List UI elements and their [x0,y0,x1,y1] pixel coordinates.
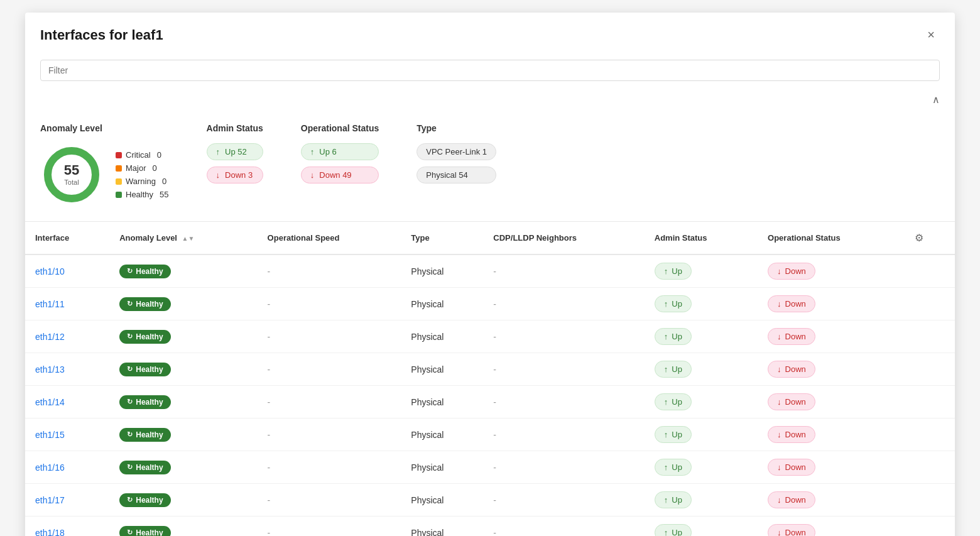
table-section: Interface Anomaly Level ▲▼ Operational S… [25,222,955,536]
physical-badge[interactable]: Physical 54 [416,167,496,183]
cell-anomaly: ↻ Healthy [109,517,257,537]
admin-up-badge[interactable]: ↑ Up [655,361,692,378]
operational-down-badge[interactable]: ↓ Down [768,263,815,280]
cell-speed: - [258,288,401,320]
admin-up-text: Up [672,397,682,407]
critical-value: 0 [157,150,161,160]
admin-up-badge[interactable]: ↑ Up [655,393,692,410]
healthy-label: Healthy [136,430,163,439]
admin-up-badge[interactable]: ↑ Up [655,328,692,345]
admin-up-badge[interactable]: ↑ Up [655,459,692,476]
operational-down-badge[interactable]: ↓ Down [768,295,815,312]
filter-input[interactable] [40,60,940,81]
modal-header: Interfaces for leaf1 × [25,13,955,55]
operational-down-badge[interactable]: ↓ Down [768,524,815,536]
operational-down-text: Down [785,299,806,309]
legend-critical: Critical 0 [116,150,169,160]
table-row: eth1/17 ↻ Healthy - Physical - ↑ Up ↓ Do… [25,484,955,517]
interface-link[interactable]: eth1/15 [35,430,65,440]
cell-admin: ↑ Up [645,288,758,320]
anomaly-level-col: Anomaly Level 55 Total [40,123,169,206]
admin-down-badge[interactable]: Down 3 [207,167,263,183]
col-settings: ⚙ [902,222,955,254]
cell-interface: eth1/10 [25,254,109,288]
anomaly-level-title: Anomaly Level [40,123,169,133]
cell-extra [902,254,955,288]
admin-up-badge[interactable]: ↑ Up [655,263,692,280]
interface-link[interactable]: eth1/12 [35,332,65,342]
healthy-label: Healthy [136,332,163,341]
operational-down-badge[interactable]: Down 49 [301,167,379,183]
cell-cdp: - [483,484,644,517]
cell-speed: - [258,320,401,353]
interface-link[interactable]: eth1/18 [35,528,65,537]
healthy-badge: ↻ Healthy [119,395,170,409]
refresh-icon: ↻ [127,430,133,439]
interface-link[interactable]: eth1/10 [35,266,65,276]
close-button[interactable]: × [922,25,940,45]
healthy-badge: ↻ Healthy [119,428,170,442]
admin-up-badge[interactable]: Up 52 [207,143,263,160]
operational-down-text: Down [785,528,806,536]
table-row: eth1/12 ↻ Healthy - Physical - ↑ Up ↓ Do… [25,320,955,353]
collapse-icon[interactable]: ∧ [932,94,940,106]
collapse-bar: ∧ [25,91,955,108]
operational-status-title: Operational Status [301,123,379,133]
operational-up-badge[interactable]: Up 6 [301,143,379,160]
admin-up-badge[interactable]: ↑ Up [655,295,692,312]
healthy-badge: ↻ Healthy [119,330,170,344]
refresh-icon: ↻ [127,463,133,471]
admin-status-col: Admin Status Up 52 Down 3 [207,123,263,183]
operational-down-badge[interactable]: ↓ Down [768,491,815,508]
refresh-icon: ↻ [127,496,133,504]
healthy-badge: ↻ Healthy [119,526,170,537]
admin-down-arrow [216,170,222,180]
up-arrow-icon: ↑ [664,332,668,341]
operational-status-col: Operational Status Up 6 Down 49 [301,123,379,183]
vpc-badge[interactable]: VPC Peer-Link 1 [416,143,496,160]
interface-link[interactable]: eth1/13 [35,364,65,375]
admin-badges: Up 52 Down 3 [207,143,263,183]
admin-up-text: Up [672,430,682,439]
healthy-badge: ↻ Healthy [119,265,170,278]
operational-up-label: Up 6 [319,147,336,156]
interface-link[interactable]: eth1/14 [35,397,65,407]
admin-up-badge[interactable]: ↑ Up [655,524,692,536]
cell-interface: eth1/14 [25,386,109,418]
admin-up-text: Up [672,495,682,505]
healthy-label: Healthy [136,496,163,505]
up-arrow-icon: ↑ [664,462,668,472]
table-body: eth1/10 ↻ Healthy - Physical - ↑ Up ↓ Do… [25,254,955,536]
operational-down-badge[interactable]: ↓ Down [768,426,815,443]
up-arrow-icon: ↑ [664,430,668,439]
operational-down-badge[interactable]: ↓ Down [768,459,815,476]
cell-speed: - [258,484,401,517]
admin-up-badge[interactable]: ↑ Up [655,426,692,443]
summary-grid: Anomaly Level 55 Total [40,113,940,211]
interface-link[interactable]: eth1/16 [35,462,65,473]
operational-down-badge[interactable]: ↓ Down [768,361,815,378]
operational-down-badge[interactable]: ↓ Down [768,393,815,410]
cell-speed: - [258,451,401,484]
table-row: eth1/16 ↻ Healthy - Physical - ↑ Up ↓ Do… [25,451,955,484]
operational-down-text: Down [785,430,806,439]
admin-up-badge[interactable]: ↑ Up [655,491,692,508]
table-settings-button[interactable]: ⚙ [912,229,926,246]
cell-operational: ↓ Down [758,288,902,320]
cell-anomaly: ↻ Healthy [109,386,257,418]
refresh-icon: ↻ [127,365,133,373]
cell-anomaly: ↻ Healthy [109,254,257,288]
interface-link[interactable]: eth1/11 [35,299,65,309]
operational-up-arrow [310,147,316,156]
col-anomaly[interactable]: Anomaly Level ▲▼ [109,222,257,254]
operational-down-badge[interactable]: ↓ Down [768,328,815,345]
healthy-label: Healthy [136,267,163,276]
cell-type: Physical [401,353,483,386]
critical-dot [116,152,122,158]
cell-admin: ↑ Up [645,451,758,484]
up-arrow-icon: ↑ [664,495,668,505]
col-operational: Operational Status [758,222,902,254]
healthy-label: Healthy [126,190,153,199]
interfaces-modal: Interfaces for leaf1 × ∧ Anomaly Level [25,13,955,536]
interface-link[interactable]: eth1/17 [35,495,65,505]
